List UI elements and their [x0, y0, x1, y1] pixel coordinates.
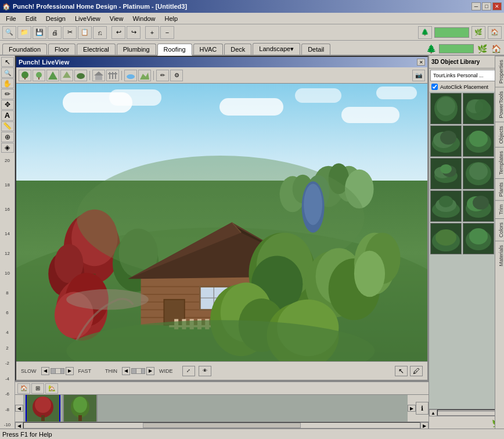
right-scroll-track[interactable]: [437, 409, 496, 416]
toolbar-zoom-in[interactable]: +: [145, 26, 159, 39]
thumb-4[interactable]: [463, 125, 494, 157]
tool-text[interactable]: A: [1, 110, 14, 120]
lv-btn-tree2[interactable]: [33, 70, 45, 81]
bot-btn-2[interactable]: ⊞: [31, 383, 44, 394]
tool-zoom[interactable]: 🔍: [1, 67, 14, 77]
thumb-1[interactable]: [430, 93, 462, 124]
side-tab-plants[interactable]: Plants: [495, 178, 505, 200]
cursor-btn[interactable]: ↖: [395, 366, 408, 376]
speed-slider[interactable]: [51, 368, 64, 374]
side-tab-objects[interactable]: Objects: [495, 122, 505, 147]
tool-edit[interactable]: ◈: [1, 143, 14, 153]
tab-deck[interactable]: Deck: [224, 44, 251, 55]
toolbar-print-preview[interactable]: 🏠: [488, 26, 502, 39]
width-slider[interactable]: [131, 368, 145, 374]
menu-design[interactable]: Design: [41, 14, 70, 23]
liveview-close-button[interactable]: ✕: [417, 59, 425, 66]
tab-floor[interactable]: Floor: [48, 44, 75, 55]
toolbar-btn-6[interactable]: 📋: [78, 26, 92, 39]
tab-foundation[interactable]: Foundation: [2, 44, 47, 55]
lv-btn-tree4[interactable]: [60, 70, 73, 81]
right-scroll-thumb[interactable]: [438, 410, 495, 412]
eye-btn[interactable]: 👁: [199, 366, 211, 376]
color-bar[interactable]: [434, 27, 469, 38]
toolbar-btn-8[interactable]: ↩: [111, 26, 125, 39]
lv-btn-house[interactable]: [92, 70, 105, 81]
lv-btn-tree1[interactable]: [19, 70, 31, 81]
lv-btn-tree3[interactable]: [46, 70, 59, 81]
menu-edit[interactable]: Edit: [21, 14, 41, 23]
side-tab-templates[interactable]: Templates: [495, 147, 505, 178]
tool-move[interactable]: ✥: [1, 100, 14, 110]
thumb-6[interactable]: [463, 158, 494, 189]
thumb-10[interactable]: [463, 223, 494, 254]
lv-btn-pencil[interactable]: ✏: [156, 70, 169, 81]
menu-view[interactable]: View: [105, 14, 128, 23]
thumb-tree-green[interactable]: [63, 395, 98, 422]
tab-hvac[interactable]: HVAC: [193, 44, 224, 55]
thumb-7[interactable]: [430, 190, 462, 222]
tool-pan[interactable]: ✋: [1, 78, 14, 88]
toolbar-btn-2[interactable]: 📁: [17, 26, 31, 39]
menu-file[interactable]: File: [1, 14, 21, 23]
tab-electrical[interactable]: Electrical: [77, 44, 116, 55]
tab-detail[interactable]: Detail: [301, 44, 330, 55]
side-tab-colors[interactable]: Colors: [495, 218, 505, 241]
scroll-right[interactable]: ▶: [408, 405, 416, 412]
lv-btn-settings[interactable]: ⚙: [170, 70, 183, 81]
minimize-button[interactable]: ─: [471, 2, 481, 10]
menu-help[interactable]: Help: [160, 14, 183, 23]
side-tab-materials[interactable]: Materials: [495, 241, 505, 270]
tab-plumbing[interactable]: Plumbing: [117, 44, 156, 55]
menu-window[interactable]: Window: [128, 14, 160, 23]
tab-color-swatch[interactable]: [439, 44, 474, 53]
thumb-9[interactable]: [430, 223, 462, 254]
toolbar-landscape-icon[interactable]: 🌿: [471, 26, 485, 39]
width-right[interactable]: ▶: [146, 367, 154, 375]
side-tab-properties[interactable]: Properties: [495, 56, 505, 87]
side-tab-trim[interactable]: Trim: [495, 200, 505, 218]
toolbar-btn-1[interactable]: 🔍: [2, 26, 16, 39]
info-button[interactable]: ℹ: [416, 402, 429, 415]
toolbar-btn-9[interactable]: ↪: [127, 26, 141, 39]
right-dropdown[interactable]: TourLinks Personal ... ▼: [430, 70, 503, 81]
scroll-left[interactable]: ◀: [15, 405, 23, 412]
close-button[interactable]: ✕: [492, 2, 502, 10]
h-scroll-thumb[interactable]: [143, 423, 301, 428]
tool-measure[interactable]: 📏: [1, 121, 14, 131]
toolbar-btn-5[interactable]: ✂: [63, 26, 77, 39]
speed-left[interactable]: ◀: [41, 367, 49, 375]
width-left[interactable]: ◀: [122, 367, 130, 375]
lv-btn-fence[interactable]: [106, 70, 119, 81]
autoclick-checkbox[interactable]: [431, 84, 438, 90]
maximize-button[interactable]: □: [482, 2, 491, 10]
bot-btn-3[interactable]: 🏡: [45, 383, 58, 394]
tool-draw[interactable]: ✏: [1, 89, 14, 99]
thumb-2[interactable]: [463, 93, 494, 124]
tab-icon-landscape[interactable]: 🌿: [476, 43, 488, 55]
expand-btn[interactable]: ⤢: [182, 366, 195, 376]
speed-right[interactable]: ▶: [66, 367, 74, 375]
toolbar-btn-4[interactable]: 🖨: [48, 26, 62, 39]
lv-btn-shrub[interactable]: [74, 70, 87, 81]
tool-select[interactable]: ↖: [1, 57, 14, 67]
toolbar-btn-3[interactable]: 💾: [33, 26, 46, 39]
bot-btn-1[interactable]: 🏠: [17, 383, 30, 394]
thumb-5[interactable]: [430, 158, 462, 189]
tab-icon-3d[interactable]: 🏠: [490, 43, 502, 55]
tab-icon-tree[interactable]: 🌲: [425, 43, 437, 55]
tool-snap[interactable]: ⊕: [1, 132, 14, 142]
tab-landscape[interactable]: Landscape▾: [253, 43, 300, 55]
lv-btn-terrain[interactable]: [138, 70, 151, 81]
thumb-3[interactable]: [430, 125, 462, 157]
thumb-8[interactable]: [463, 190, 494, 222]
eyedropper-btn[interactable]: 🖊: [410, 366, 423, 376]
toolbar-zoom-out[interactable]: −: [160, 26, 174, 39]
h-scroll-track[interactable]: [23, 422, 420, 429]
menu-liveview[interactable]: LiveView: [70, 14, 105, 23]
lv-btn-water[interactable]: [124, 70, 137, 81]
toolbar-btn-7[interactable]: ⎌: [93, 26, 107, 39]
side-tab-powertools[interactable]: PowerTools: [495, 87, 505, 122]
scene-area[interactable]: [16, 84, 427, 361]
tab-roofing[interactable]: Roofing: [157, 44, 192, 56]
